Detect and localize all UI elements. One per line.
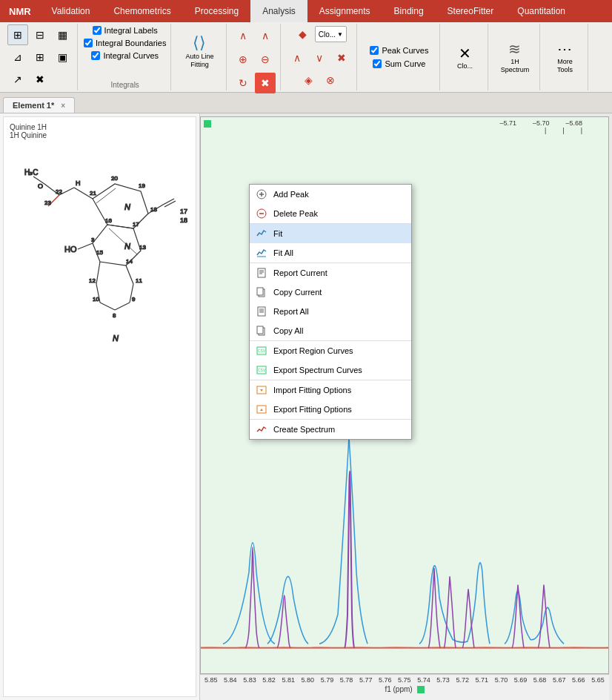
nav-assignments[interactable]: Assignments: [307, 0, 382, 22]
svg-text:19: 19: [139, 182, 145, 189]
menu-item-export-region[interactable]: CSV Export Region Curves: [250, 341, 411, 360]
toolbar-btn-1[interactable]: ⊞: [7, 24, 28, 45]
export-region-label: Export Region Curves: [273, 346, 353, 355]
delete-peak-icon: [256, 208, 267, 219]
molecule-name1: Quinine 1H: [10, 123, 47, 131]
close-label: Clo...: [457, 62, 473, 70]
svg-text:10: 10: [93, 296, 99, 303]
svg-text:23: 23: [44, 199, 51, 206]
nav-stereofitter[interactable]: StereoFitter: [436, 0, 506, 22]
menu-item-import-fitting[interactable]: Import Fitting Options: [250, 380, 411, 400]
menu-item-delete-peak[interactable]: Delete Peak: [250, 204, 411, 224]
copy-current-icon: [256, 286, 267, 298]
peak-btn-6[interactable]: ✖: [255, 73, 276, 93]
menu-item-export-spectrum[interactable]: CSV Export Spectrum Curves: [250, 360, 411, 380]
svg-text:N: N: [124, 202, 130, 211]
menu-item-fit-all[interactable]: Fit All: [250, 243, 411, 263]
svg-line-34: [126, 265, 133, 284]
export-spectrum-icon: CSV: [256, 364, 267, 376]
toolbar-btn-5[interactable]: ⊞: [30, 47, 50, 67]
tab-close-button[interactable]: ×: [61, 102, 65, 110]
nav-analysis[interactable]: Analysis: [250, 0, 307, 22]
toolbar-btn-7[interactable]: ↗: [7, 69, 28, 90]
more-tools-button[interactable]: ⋯ More Tools: [546, 31, 583, 83]
svg-text:21: 21: [90, 190, 96, 197]
menu-item-create-spectrum[interactable]: Create Spectrum: [250, 420, 411, 439]
svg-text:18: 18: [180, 217, 187, 224]
toolbar-btn-6[interactable]: ▣: [52, 47, 73, 67]
fit-all-label: Fit All: [273, 248, 293, 257]
toolbar-btn-3[interactable]: ▦: [52, 24, 73, 45]
checkbox-sum-curve[interactable]: Sum Curve: [373, 59, 425, 69]
nav-binding[interactable]: Binding: [382, 0, 436, 22]
menu-item-copy-current[interactable]: Copy Current: [250, 283, 411, 302]
close-button[interactable]: ✕ Clo...: [446, 31, 483, 83]
copy-current-label: Copy Current: [273, 288, 322, 297]
import-fitting-icon: [256, 384, 267, 396]
delete-peak-label: Delete Peak: [273, 209, 318, 218]
axis-label-568: –5.68: [565, 119, 582, 127]
x-axis-labels: 5.85 5.84 5.83 5.82 5.81 5.80 5.79 5.78 …: [200, 675, 609, 685]
toolbar-btn-4[interactable]: ⊿: [7, 47, 28, 67]
auto-line-fitting-button[interactable]: ⟨⟩ Auto Line Fitting: [177, 25, 222, 77]
toolbar-group-1h: ≋ 1H Spectrum: [490, 24, 540, 90]
peak-icon-2[interactable]: ∨: [309, 47, 330, 68]
svg-text:22: 22: [56, 188, 62, 195]
nav-chemometrics[interactable]: Chemometrics: [102, 0, 182, 22]
menu-item-report-all[interactable]: Report All: [250, 302, 411, 321]
menu-item-report-current[interactable]: Report Current: [250, 263, 411, 283]
toolbar-group-close: ✕ Clo...: [442, 24, 488, 90]
report-all-label: Report All: [273, 307, 309, 316]
export-region-icon: CSV: [256, 345, 267, 357]
svg-text:17: 17: [180, 208, 187, 215]
spectrum-1h-button[interactable]: ≋ 1H Spectrum: [494, 31, 535, 83]
svg-marker-72: [260, 409, 263, 411]
svg-text:16: 16: [105, 217, 112, 224]
tab-bar: Element 1* ×: [0, 93, 612, 113]
menu-item-add-peak[interactable]: Add Peak: [250, 185, 411, 204]
checkbox-integral-curves[interactable]: Integral Curves: [91, 50, 159, 61]
more-dropdown-button[interactable]: Clo... ▼: [315, 26, 347, 42]
molecule-area: Quinine 1H 1H Quinine: [3, 116, 196, 697]
svg-text:HO: HO: [64, 245, 77, 254]
menu-item-export-fitting[interactable]: Export Fitting Options: [250, 400, 411, 420]
peak-btn-5[interactable]: ↻: [233, 73, 253, 93]
peak-icon-1[interactable]: ∧: [287, 47, 307, 68]
peak-btn-4[interactable]: ⊖: [255, 49, 276, 70]
top-axis-labels: –5.71 –5.70 –5.68: [499, 119, 582, 127]
auto-line-fitting-label: Auto Line Fitting: [182, 53, 217, 69]
nav-processing[interactable]: Processing: [183, 0, 250, 22]
svg-rect-59: [258, 307, 265, 316]
menu-item-fit[interactable]: Fit: [250, 224, 411, 243]
integrals-label: Integrals: [111, 78, 139, 89]
peak-btn-1[interactable]: ∧: [233, 25, 253, 46]
menu-item-copy-all[interactable]: Copy All: [250, 321, 411, 341]
checkbox-integral-labels[interactable]: Integral Labels: [93, 25, 158, 36]
nav-validation[interactable]: Validation: [40, 0, 102, 22]
peak-icon-3[interactable]: ✖: [331, 47, 352, 68]
export-fitting-icon: [256, 403, 267, 415]
toolbar-group-icons1: ⊞ ⊟ ▦ ⊿ ⊞ ▣ ↗ ✖: [3, 24, 78, 90]
svg-text:17: 17: [133, 221, 139, 228]
svg-text:H₃C: H₃C: [24, 168, 38, 176]
nav-quantitation[interactable]: Quantitation: [505, 0, 577, 22]
toolbar-btn-8[interactable]: ✖: [30, 69, 50, 90]
svg-text:9: 9: [132, 296, 136, 303]
checkbox-integral-boundaries[interactable]: Integral Boundaries: [84, 38, 166, 48]
peak-icon-4[interactable]: ◈: [298, 70, 319, 90]
toolbar-group-dropdown: ◆ Clo... ▼ ∧ ∨ ✖ ◈ ⊗: [282, 24, 357, 90]
toolbar-group-checkboxes: Integral Labels Integral Boundaries Inte…: [79, 24, 171, 90]
x-axis: 5.85 5.84 5.83 5.82 5.81 5.80 5.79 5.78 …: [200, 674, 609, 700]
checkbox-peak-curves[interactable]: Peak Curves: [370, 45, 428, 56]
peak-btn-2[interactable]: ∧: [255, 25, 276, 46]
dropdown-icon-1[interactable]: ◆: [293, 24, 313, 44]
toolbar-btn-2[interactable]: ⊟: [30, 24, 50, 45]
tab-element1[interactable]: Element 1* ×: [3, 97, 75, 113]
svg-text:CSV: CSV: [258, 349, 266, 353]
svg-text:N: N: [113, 334, 119, 343]
left-panel: Quinine 1H 1H Quinine: [0, 113, 200, 700]
delete-peak-btn[interactable]: ⊗: [320, 70, 341, 90]
axis-label-570: –5.70: [533, 119, 550, 127]
peak-btn-3[interactable]: ⊕: [233, 49, 253, 70]
add-peak-icon: [256, 188, 267, 200]
